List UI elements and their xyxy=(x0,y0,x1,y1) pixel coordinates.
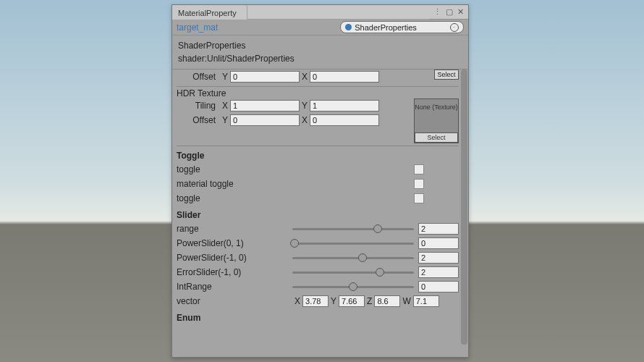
scrollbar[interactable] xyxy=(460,70,468,357)
scrollbar-thumb[interactable] xyxy=(461,70,467,345)
slider-ps01-knob[interactable] xyxy=(290,239,299,248)
vector-y-input[interactable] xyxy=(339,295,365,307)
slider-psm10-knob[interactable] xyxy=(358,253,367,262)
slider-err-value[interactable] xyxy=(418,266,459,278)
offset-y-input[interactable] xyxy=(230,71,300,83)
texture-top-fields: Offset Y X xyxy=(177,70,414,84)
object-picker-icon[interactable] xyxy=(450,23,459,32)
content-area: Offset Y X Select HDR Texture xyxy=(172,70,460,357)
toggle-label-1: material toggle xyxy=(177,179,292,189)
slider-range-track[interactable] xyxy=(292,228,414,230)
toggle-checkbox-0[interactable] xyxy=(414,164,424,174)
vector-w-input[interactable] xyxy=(413,295,439,307)
axis-x-label: X xyxy=(300,72,310,82)
slider-err-knob[interactable] xyxy=(376,268,384,277)
toggle-checkbox-1[interactable] xyxy=(414,179,424,189)
slider-range-value[interactable] xyxy=(418,223,459,235)
window-controls: ⋮ ▢ ✕ xyxy=(429,7,468,17)
scene-background: MaterialProperty ⋮ ▢ ✕ target_mat Shader… xyxy=(0,0,644,362)
slider-psm10-label: PowerSlider(-1, 0) xyxy=(177,253,292,263)
offset-x-input[interactable] xyxy=(310,114,379,126)
object-field-value: ShaderProperties xyxy=(355,23,417,32)
slider-intr-row: IntRange xyxy=(177,279,459,294)
vector-row: vector X Y Z W xyxy=(177,294,459,308)
slider-ps01-value[interactable] xyxy=(418,237,459,249)
hdr-texture-label-row: HDR Texture xyxy=(177,87,459,98)
vector-z-input[interactable] xyxy=(374,295,400,307)
tiling-row: Tiling X Y xyxy=(177,98,414,113)
object-field[interactable]: ShaderProperties xyxy=(340,21,464,33)
slider-ps01-label: PowerSlider(0, 1) xyxy=(177,238,292,248)
menu-icon[interactable]: ⋮ xyxy=(433,7,441,17)
slider-err-label: ErrorSlider(-1, 0) xyxy=(177,267,292,277)
window-title: MaterialProperty xyxy=(178,9,237,17)
target-row: target_mat ShaderProperties xyxy=(172,20,468,35)
toggle-label-2: toggle xyxy=(177,193,292,203)
slider-psm10-track[interactable] xyxy=(292,257,414,259)
vector-x-input[interactable] xyxy=(302,295,329,307)
offset-x-input[interactable] xyxy=(310,71,379,83)
axis-w-label: W xyxy=(402,296,410,306)
texture-top-slot: Select xyxy=(414,70,459,80)
offset-row-hdr: Offset Y X xyxy=(177,113,414,127)
slider-ps01-row: PowerSlider(0, 1) xyxy=(177,236,459,251)
slider-psm10-value[interactable] xyxy=(418,252,459,264)
axis-x-label: X xyxy=(295,296,300,306)
axis-y-label: Y xyxy=(220,115,230,125)
tiling-y-input[interactable] xyxy=(310,100,379,111)
texture-slot-text: None (Texture) xyxy=(415,104,458,111)
window-tab[interactable]: MaterialProperty xyxy=(172,5,247,20)
slider-intr-value[interactable] xyxy=(418,281,459,292)
offset-row-top: Offset Y X xyxy=(177,70,414,84)
axis-y-label: Y xyxy=(331,296,336,306)
shader-path: shader:Unlit/ShaderProperties xyxy=(178,52,462,65)
slider-range-knob[interactable] xyxy=(373,224,382,233)
select-button-hdr[interactable]: Select xyxy=(415,132,458,143)
toggle-row-0: toggle xyxy=(177,162,459,177)
slider-intr-label: IntRange xyxy=(177,282,292,292)
tiling-x-input[interactable] xyxy=(230,100,300,111)
shader-header: ShaderProperties shader:Unlit/ShaderProp… xyxy=(172,35,468,70)
axis-y-label: Y xyxy=(300,101,310,111)
texture-block-hdr: Tiling X Y Offset Y X xyxy=(177,98,459,146)
slider-range-row: range xyxy=(177,222,459,236)
axis-z-label: Z xyxy=(367,296,372,306)
hdr-fields: Tiling X Y Offset Y X xyxy=(177,98,414,127)
axis-y-label: Y xyxy=(220,72,230,82)
titlebar: MaterialProperty ⋮ ▢ ✕ xyxy=(172,5,468,20)
tab-spacer xyxy=(247,5,429,20)
shader-name: ShaderProperties xyxy=(178,39,462,52)
offset-label: Offset xyxy=(177,72,220,82)
object-type-icon xyxy=(345,24,352,30)
offset-label: Offset xyxy=(177,115,220,125)
slider-range-label: range xyxy=(177,224,292,234)
enum-header: Enum xyxy=(177,308,459,324)
close-icon[interactable]: ✕ xyxy=(457,7,464,17)
tiling-label: Tiling xyxy=(177,101,220,111)
material-property-window: MaterialProperty ⋮ ▢ ✕ target_mat Shader… xyxy=(171,4,469,358)
toggle-label-0: toggle xyxy=(177,164,292,174)
texture-block-top: Offset Y X Select xyxy=(177,70,459,87)
toggle-row-1: material toggle xyxy=(177,177,459,191)
slider-ps01-track[interactable] xyxy=(292,243,414,245)
toggle-header: Toggle xyxy=(177,146,459,162)
window-body: Offset Y X Select HDR Texture xyxy=(172,70,468,357)
toggle-checkbox-2[interactable] xyxy=(414,193,424,203)
hdr-texture-label: HDR Texture xyxy=(177,88,226,98)
maximize-icon[interactable]: ▢ xyxy=(446,7,453,17)
slider-header: Slider xyxy=(177,206,459,222)
vector-label: vector xyxy=(177,296,292,306)
select-button-top[interactable]: Select xyxy=(434,70,459,80)
hdr-texture-slot[interactable]: None (Texture) Select xyxy=(414,98,459,143)
slider-err-track[interactable] xyxy=(292,272,414,274)
slider-intr-knob[interactable] xyxy=(349,282,357,291)
slider-psm10-row: PowerSlider(-1, 0) xyxy=(177,251,459,265)
offset-y-input[interactable] xyxy=(230,114,300,126)
slider-err-row: ErrorSlider(-1, 0) xyxy=(177,265,459,279)
axis-x-label: X xyxy=(300,115,310,125)
slider-intr-track[interactable] xyxy=(292,286,414,288)
toggle-row-2: toggle xyxy=(177,191,459,206)
axis-x-label: X xyxy=(220,101,230,111)
target-mat-label[interactable]: target_mat xyxy=(177,22,218,33)
